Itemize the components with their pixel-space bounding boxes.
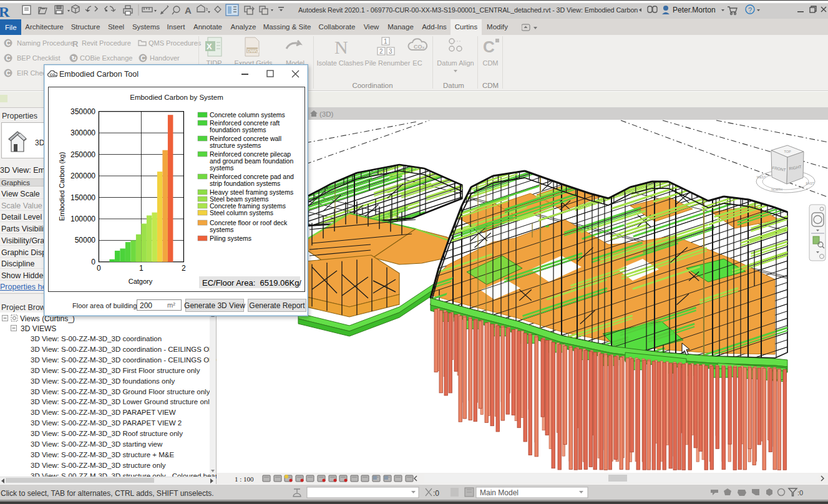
svg-text:Steel column systems: Steel column systems: [210, 209, 273, 216]
svg-text:strip foundation systems: strip foundation systems: [210, 180, 280, 187]
svg-text:X: X: [207, 42, 212, 51]
svg-text:foundation systems: foundation systems: [210, 126, 266, 133]
svg-text:systems: systems: [210, 164, 234, 172]
svg-text:200000: 200000: [71, 172, 95, 180]
svg-text:NORTH: NORTH: [771, 188, 782, 191]
svg-text:100000: 100000: [71, 215, 95, 223]
svg-text:EC/Floor Area: 6519.06Kg/: EC/Floor Area: 6519.06Kg/: [202, 278, 301, 288]
svg-text:0: 0: [91, 258, 95, 266]
svg-text:1: 1: [384, 38, 387, 45]
svg-text:R: R: [0, 4, 10, 19]
svg-text:0: 0: [97, 264, 101, 273]
svg-text:WEST: WEST: [757, 175, 766, 179]
svg-text:350000: 350000: [71, 107, 95, 116]
svg-text:Concrete column systems: Concrete column systems: [210, 111, 285, 119]
svg-text:CO₂: CO₂: [414, 44, 425, 50]
svg-text:Embodied Carbon (kg): Embodied Carbon (kg): [58, 152, 66, 221]
svg-text:systems: systems: [210, 226, 234, 233]
svg-text:C: C: [141, 55, 145, 62]
svg-text:150000: 150000: [71, 193, 95, 202]
svg-text:C: C: [6, 55, 11, 62]
svg-text:2: 2: [182, 264, 186, 273]
svg-text:50000: 50000: [75, 236, 96, 245]
svg-text:Peter.Morton: Peter.Morton: [673, 6, 716, 14]
svg-text:EAST: EAST: [806, 182, 814, 185]
svg-text:1: 1: [139, 264, 144, 273]
svg-text:?: ?: [748, 6, 752, 14]
svg-text:N: N: [334, 37, 348, 57]
svg-text:Main Model: Main Model: [480, 488, 519, 497]
svg-text::0: :0: [797, 489, 803, 497]
svg-text:C: C: [6, 40, 11, 47]
svg-text:↻: ↻: [72, 55, 77, 62]
svg-text:DWG: DWG: [247, 48, 260, 54]
svg-text:300000: 300000: [71, 128, 95, 137]
svg-text:Piling systems: Piling systems: [210, 235, 251, 242]
svg-text:TOP: TOP: [784, 150, 791, 153]
svg-text:C: C: [483, 37, 495, 56]
svg-text:2: 2: [379, 48, 383, 55]
svg-text:250000: 250000: [71, 150, 95, 159]
svg-text:A: A: [185, 5, 192, 16]
svg-text::0: :0: [433, 489, 439, 498]
svg-text:Catgory: Catgory: [129, 278, 153, 285]
svg-text:C: C: [6, 70, 11, 77]
svg-text:structure systems: structure systems: [210, 142, 261, 149]
svg-text:3: 3: [389, 48, 392, 55]
